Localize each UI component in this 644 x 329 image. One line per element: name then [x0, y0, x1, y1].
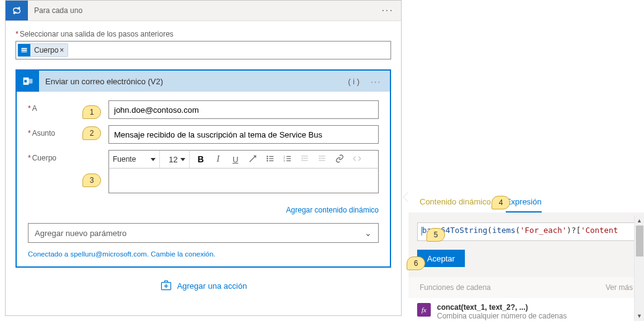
- svg-point-5: [267, 160, 268, 161]
- panel-scrollbar[interactable]: ▲ ▼: [634, 216, 644, 321]
- servicebus-icon: [18, 44, 30, 56]
- to-input[interactable]: [108, 100, 379, 119]
- function-concat[interactable]: fx concat(text_1, text_2?, ...) Combina …: [417, 303, 635, 320]
- svg-text:3: 3: [283, 159, 285, 162]
- svg-point-4: [267, 157, 268, 159]
- svg-rect-15: [301, 156, 308, 156]
- body-editor[interactable]: [108, 169, 379, 193]
- see-more-link[interactable]: Ver más: [606, 283, 633, 292]
- bullets-button[interactable]: [264, 154, 276, 165]
- expression-input[interactable]: base64ToString(items('For_each')?['Conte…: [417, 222, 635, 241]
- svg-rect-18: [319, 156, 325, 156]
- output-token-box[interactable]: Cuerpo×: [15, 41, 391, 59]
- svg-rect-8: [269, 160, 273, 160]
- add-parameter-dropdown[interactable]: Agregar nuevo parámetro ⌄: [28, 223, 379, 243]
- panel-notch: [404, 192, 408, 202]
- callout-1: 1: [82, 105, 101, 119]
- email-header: Enviar un correo electrónico (V2) ( i ) …: [17, 71, 390, 92]
- svg-rect-1: [27, 79, 33, 84]
- svg-rect-19: [320, 157, 325, 158]
- numlist-button[interactable]: 123: [281, 154, 294, 165]
- svg-rect-7: [269, 158, 273, 159]
- callout-4: 4: [492, 196, 510, 209]
- underline-button[interactable]: U: [229, 155, 242, 164]
- foreach-card: Para cada uno ··· *Seleccionar una salid…: [5, 0, 402, 316]
- fx-icon: fx: [417, 303, 431, 317]
- chevron-down-icon: ⌄: [364, 228, 372, 238]
- svg-rect-16: [303, 157, 307, 158]
- svg-rect-12: [286, 156, 291, 156]
- svg-rect-14: [286, 160, 291, 160]
- output-label: *Seleccionar una salida de los pasos ant…: [15, 30, 391, 38]
- callout-2: 2: [82, 126, 101, 140]
- tab-expression[interactable]: Expresión: [506, 197, 542, 213]
- bold-button[interactable]: B: [195, 154, 207, 164]
- dynamic-content-panel: Contenido dinámico Expresión base64ToStr…: [408, 188, 644, 325]
- scroll-down-icon[interactable]: ▼: [635, 311, 644, 321]
- string-functions-header: Funciones de cadena Ver más: [408, 277, 644, 298]
- callout-6: 6: [407, 257, 425, 270]
- foreach-title: Para cada uno: [28, 6, 374, 15]
- callout-3: 3: [82, 173, 101, 187]
- subject-label: Asunto: [32, 129, 55, 138]
- outdent-button[interactable]: [299, 154, 311, 165]
- svg-rect-6: [269, 156, 273, 156]
- svg-rect-20: [319, 160, 325, 160]
- foreach-more-button[interactable]: ···: [374, 5, 401, 16]
- email-more-button[interactable]: ···: [371, 77, 381, 86]
- email-title: Enviar un correo electrónico (V2): [39, 77, 339, 86]
- to-label: A: [32, 104, 37, 113]
- italic-button[interactable]: I: [212, 154, 224, 164]
- indent-button[interactable]: [316, 154, 329, 165]
- fontsize-select[interactable]: 12: [165, 151, 189, 168]
- rich-text-toolbar: Fuente 12 B I U 123: [108, 150, 379, 169]
- code-button[interactable]: [351, 154, 363, 165]
- tab-dynamic-content[interactable]: Contenido dinámico: [420, 197, 491, 213]
- loop-icon: [6, 1, 28, 20]
- connection-info[interactable]: Conectado a spelluru@microsoft.com. Camb…: [17, 250, 390, 266]
- add-dynamic-content-link[interactable]: Agregar contenido dinámico: [17, 202, 390, 221]
- info-icon[interactable]: ( i ): [348, 77, 359, 86]
- color-button[interactable]: [247, 154, 259, 165]
- svg-rect-13: [286, 158, 291, 159]
- body-token[interactable]: Cuerpo×: [17, 43, 68, 57]
- close-icon[interactable]: ×: [60, 46, 64, 55]
- scroll-thumb[interactable]: [636, 226, 643, 257]
- svg-rect-17: [301, 160, 308, 160]
- add-step-icon[interactable]: [160, 279, 172, 293]
- subject-input[interactable]: [108, 125, 379, 144]
- svg-point-3: [267, 156, 268, 157]
- outlook-icon: [17, 71, 39, 92]
- email-action-card: Enviar un correo electrónico (V2) ( i ) …: [15, 69, 391, 268]
- body-label: Cuerpo: [32, 154, 56, 162]
- callout-5: 5: [426, 228, 445, 242]
- add-action-link[interactable]: Agregar una acción: [177, 281, 247, 291]
- font-select[interactable]: Fuente: [113, 151, 160, 168]
- scroll-up-icon[interactable]: ▲: [635, 216, 644, 226]
- link-button[interactable]: [333, 154, 346, 165]
- svg-point-2: [24, 80, 27, 83]
- foreach-header: Para cada uno ···: [6, 1, 401, 21]
